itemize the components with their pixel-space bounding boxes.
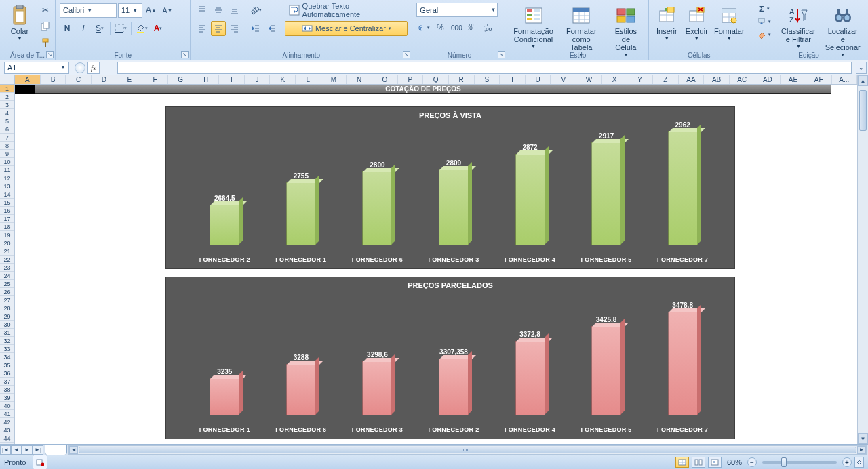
chart-precos-parcelados[interactable]: PREÇOS PARCELADOS 323532883298,63307,358…: [165, 277, 735, 439]
conditional-formatting-button[interactable]: Formatação Condicional ▼: [511, 3, 555, 51]
align-right-button[interactable]: [227, 21, 242, 36]
hscroll-thumb[interactable]: [79, 447, 856, 453]
zoom-out-button[interactable]: −: [747, 457, 757, 467]
page-layout-view-button[interactable]: [692, 457, 705, 468]
grid[interactable]: COTAÇÃO DE PREÇOS PREÇOS À VISTA 2664,52…: [15, 85, 857, 444]
find-select-button[interactable]: Localizar e Selecionar ▼: [821, 3, 864, 59]
row-header-28[interactable]: 28: [0, 304, 14, 312]
accounting-format-button[interactable]: ₢▾: [416, 20, 431, 35]
insert-function-button[interactable]: fx: [87, 62, 100, 74]
number-dialog-launcher[interactable]: ↘: [498, 51, 505, 58]
row-header-23[interactable]: 23: [0, 264, 14, 272]
sheet-tab[interactable]: [45, 445, 67, 455]
name-box[interactable]: A1▼: [4, 62, 69, 74]
row-header-39[interactable]: 39: [0, 394, 14, 402]
col-header-Y[interactable]: Y: [627, 75, 653, 84]
col-header-A[interactable]: A: [15, 75, 41, 84]
vscroll-thumb[interactable]: [859, 90, 867, 131]
fullscreen-restore-button[interactable]: [854, 457, 864, 468]
clear-button[interactable]: ▾: [753, 28, 775, 41]
row-header-19[interactable]: 19: [0, 231, 14, 239]
row-header-11[interactable]: 11: [0, 166, 14, 174]
col-header-N[interactable]: N: [347, 75, 372, 84]
row-header-12[interactable]: 12: [0, 174, 14, 182]
col-header-S[interactable]: S: [475, 75, 500, 84]
macro-record-button[interactable]: [33, 455, 47, 469]
align-top-button[interactable]: [195, 3, 210, 18]
row-header-42[interactable]: 42: [0, 418, 14, 426]
normal-view-button[interactable]: [675, 457, 689, 468]
row-header-41[interactable]: 41: [0, 410, 14, 418]
percent-button[interactable]: %: [433, 20, 448, 35]
col-header-AB[interactable]: AB: [704, 75, 730, 84]
col-header-Z[interactable]: Z: [653, 75, 679, 84]
row-header-14[interactable]: 14: [0, 190, 14, 199]
row-header-31[interactable]: 31: [0, 329, 14, 337]
row-header-32[interactable]: 32: [0, 337, 14, 345]
zoom-slider[interactable]: [762, 461, 837, 464]
row-header-43[interactable]: 43: [0, 426, 14, 434]
row-header-15[interactable]: 15: [0, 199, 14, 207]
col-header-K[interactable]: K: [270, 75, 296, 84]
row-header-22[interactable]: 22: [0, 256, 14, 264]
fill-button[interactable]: ▾: [753, 16, 775, 28]
col-header-J[interactable]: J: [245, 75, 271, 84]
scroll-down-button[interactable]: ▼: [858, 433, 868, 444]
sort-filter-button[interactable]: AZ Classificar e Filtrar ▼: [778, 3, 818, 51]
copy-button[interactable]: [38, 19, 53, 34]
col-header-AE[interactable]: AE: [781, 75, 806, 84]
scroll-right-button[interactable]: ►: [857, 446, 866, 454]
col-header-AF[interactable]: AF: [806, 75, 832, 84]
paste-button[interactable]: Colar ▼: [4, 3, 35, 43]
format-painter-button[interactable]: [38, 35, 53, 50]
row-header-5[interactable]: 5: [0, 117, 14, 125]
col-header-AD[interactable]: AD: [755, 75, 781, 84]
col-header-C[interactable]: C: [66, 75, 92, 84]
orientation-button[interactable]: ab▾: [248, 3, 263, 18]
col-header-X[interactable]: X: [602, 75, 628, 84]
row-header-1[interactable]: 1: [0, 85, 14, 93]
cut-button[interactable]: ✂: [38, 3, 53, 18]
row-header-27[interactable]: 27: [0, 296, 14, 304]
row-headers[interactable]: 1234567891011121314151617181920212223242…: [0, 85, 15, 444]
row-header-21[interactable]: 21: [0, 247, 14, 256]
shrink-font-button[interactable]: A▼: [160, 3, 175, 18]
underline-button[interactable]: S▾: [92, 21, 107, 36]
col-header-T[interactable]: T: [500, 75, 526, 84]
col-header-H[interactable]: H: [193, 75, 219, 84]
row-header-9[interactable]: 9: [0, 150, 14, 158]
row-header-26[interactable]: 26: [0, 288, 14, 296]
zoom-in-button[interactable]: +: [842, 457, 852, 467]
row-header-24[interactable]: 24: [0, 272, 14, 280]
col-header-A...[interactable]: A...: [832, 75, 858, 84]
cell-styles-button[interactable]: Estilos de Célula ▼: [607, 3, 644, 59]
row-header-33[interactable]: 33: [0, 345, 14, 353]
font-size-combo[interactable]: 11▼: [118, 3, 142, 18]
number-format-combo[interactable]: Geral▼: [416, 3, 498, 17]
col-header-AA[interactable]: AA: [679, 75, 705, 84]
select-all-corner[interactable]: [0, 75, 15, 85]
tab-first-button[interactable]: |◄: [0, 445, 11, 455]
formula-input[interactable]: [117, 62, 852, 74]
col-header-E[interactable]: E: [117, 75, 143, 84]
font-name-combo[interactable]: Calibri▼: [60, 3, 117, 18]
col-header-D[interactable]: D: [92, 75, 117, 84]
col-header-AC[interactable]: AC: [730, 75, 755, 84]
row-header-6[interactable]: 6: [0, 125, 14, 134]
scroll-up-button[interactable]: ▲: [858, 75, 868, 86]
format-as-table-button[interactable]: Formatar como Tabela ▼: [558, 3, 604, 59]
comma-button[interactable]: 000: [449, 20, 464, 35]
row-header-2[interactable]: 2: [0, 93, 14, 101]
col-header-P[interactable]: P: [398, 75, 424, 84]
grow-font-button[interactable]: A▲: [144, 3, 159, 18]
row-header-10[interactable]: 10: [0, 158, 14, 166]
col-header-U[interactable]: U: [526, 75, 551, 84]
horizontal-scrollbar[interactable]: ◄ ►: [68, 445, 867, 455]
row-header-36[interactable]: 36: [0, 369, 14, 378]
align-left-button[interactable]: [195, 21, 210, 36]
wrap-text-button[interactable]: Quebrar Texto Automaticamente: [285, 3, 408, 18]
tab-prev-button[interactable]: ◄: [11, 445, 22, 455]
bold-button[interactable]: N: [60, 21, 75, 36]
row-header-16[interactable]: 16: [0, 207, 14, 215]
font-color-button[interactable]: A▾: [151, 21, 165, 36]
